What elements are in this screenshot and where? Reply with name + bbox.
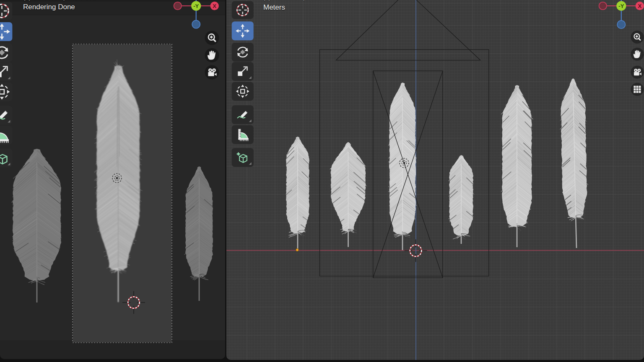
svg-text:-Y: -Y xyxy=(193,3,199,9)
svg-text:X: X xyxy=(213,3,216,9)
svg-text:-Y: -Y xyxy=(618,3,624,9)
svg-text:X: X xyxy=(638,3,641,9)
